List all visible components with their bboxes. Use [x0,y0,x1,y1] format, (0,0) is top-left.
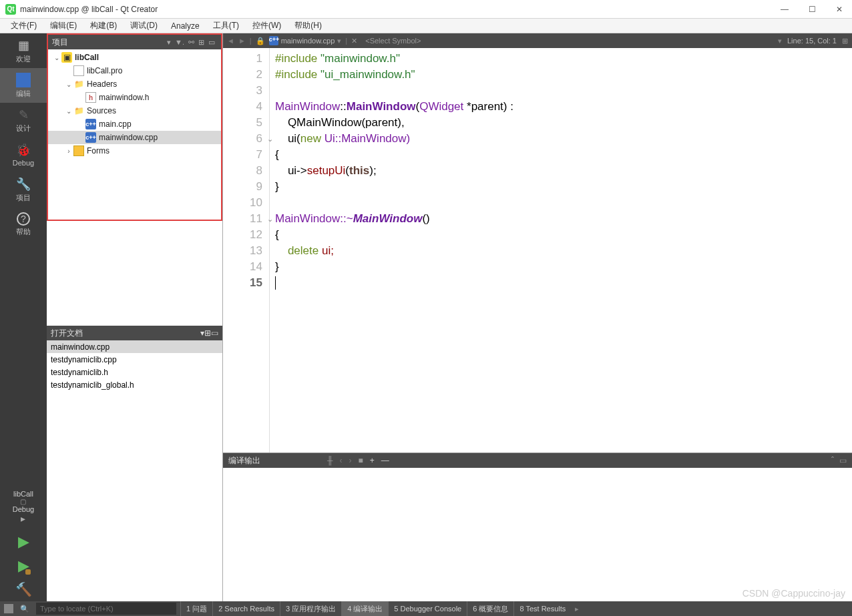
symbol-selector[interactable]: <Select Symbol> [361,37,425,45]
output-title: 编译输出 [228,455,260,467]
plus-icon[interactable]: + [370,456,375,465]
debug-run-button[interactable]: ▶ [18,557,29,575]
chevron-right-icon[interactable]: ▸ [571,605,583,613]
open-doc-item[interactable]: testdynamiclib.h [47,366,222,378]
tree-label: main.cpp [99,119,132,129]
dropdown-icon[interactable]: ▾ [165,38,173,47]
prev-icon[interactable]: ‹ [340,456,343,465]
qt-icon: Qt [5,4,16,15]
kit-name: libCall [13,490,34,498]
stop-icon[interactable]: ■ [359,456,363,465]
output-pane-tab[interactable]: 1 问题 [180,601,212,616]
menu-item[interactable]: 帮助(H) [288,19,329,33]
output-pane-tab[interactable]: 8 Test Results [513,601,571,616]
mode-project-label: 项目 [16,193,31,203]
output-body[interactable] [223,468,852,601]
menu-item[interactable]: 调试(D) [124,19,164,33]
tree-row[interactable]: ⌄📁Headers [48,77,221,91]
folder-icon: 📁 [73,105,84,116]
mode-design-label: 设计 [16,123,31,133]
run-button[interactable]: ▶ [18,533,29,551]
mode-design[interactable]: ✎ 设计 [0,103,47,137]
mode-welcome-label: 欢迎 [16,54,31,64]
expand-icon[interactable]: › [64,147,73,155]
lock-icon[interactable]: 🔒 [256,37,265,45]
close-button[interactable]: ✕ [832,2,847,17]
minimize-button[interactable]: — [777,2,793,17]
open-doc-item[interactable]: testdynamiclib_global.h [47,378,222,391]
link-icon[interactable]: ⚯ [186,38,196,47]
menu-item[interactable]: Analyze [164,20,206,32]
cpp-icon: c++ [85,132,96,143]
help-icon: ? [17,212,30,226]
open-doc-item[interactable]: testdynamiclib.cpp [47,353,222,366]
locator-input[interactable] [36,603,176,615]
tree-label: mainwindow.h [99,93,149,102]
projects-title: 项目 [52,37,68,48]
tree-row[interactable]: hmainwindow.h [48,91,221,104]
close-panel-icon[interactable]: ▭ [211,328,218,338]
next-icon[interactable]: › [349,456,352,465]
mode-project[interactable]: 🔧 项目 [0,172,47,207]
expand-icon[interactable]: ⌄ [64,107,73,115]
project-tree[interactable]: ⌄▣libCalllibCall.pro⌄📁Headershmainwindow… [48,49,221,220]
tree-label: mainwindow.cpp [99,133,158,142]
file-tab[interactable]: c++ mainwindow.cpp ▾ [269,36,342,45]
expand-icon[interactable]: ⌄ [52,54,61,61]
split-editor-icon[interactable]: ⊞ [842,37,848,45]
code-content[interactable]: #include "mainwindow.h"#include "ui_main… [270,48,852,452]
editor-area[interactable]: 123456789101112131415 #include "mainwind… [223,48,852,452]
open-documents-list[interactable]: mainwindow.cpptestdynamiclib.cpptestdyna… [47,340,222,391]
minus-icon[interactable]: — [381,456,389,465]
bug-icon: 🐞 [16,143,31,158]
output-pane-tab[interactable]: 4 编译输出 [341,601,388,616]
design-icon: ✎ [16,107,31,122]
menu-item[interactable]: 控件(W) [246,19,288,33]
mode-debug[interactable]: 🐞 Debug [0,137,47,172]
split-icon[interactable]: ⊞ [196,38,206,47]
output-pane-tab[interactable]: 2 Search Results [212,601,280,616]
tree-row[interactable]: c++main.cpp [48,117,221,131]
open-doc-item[interactable]: mainwindow.cpp [47,340,222,353]
search-icon: 🔍 [17,605,32,613]
back-button[interactable]: ◄ [227,37,234,45]
menu-item[interactable]: 编辑(E) [43,19,83,33]
cpp-icon: c++ [85,119,96,129]
opendocs-title: 打开文档 [51,328,83,339]
menu-item[interactable]: 工具(T) [206,19,246,33]
tree-row[interactable]: libCall.pro [48,64,221,77]
tree-row[interactable]: ⌄▣libCall [48,51,221,64]
cursor-position: Line: 15, Col: 1 [787,37,837,45]
split-icon[interactable]: ⊞ [204,328,211,338]
mode-bar: ▦ 欢迎 编辑 ✎ 设计 🐞 Debug 🔧 项目 ? 帮助 libCall ▢ [0,33,47,601]
filter-icon[interactable]: ╫ [327,456,333,465]
h-icon: h [85,92,96,103]
projects-panel: 项目 ▾ ▼. ⚯ ⊞ ▭ ⌄▣libCalllibCall.pro⌄📁Head… [47,33,222,221]
output-pane-tab[interactable]: 5 Debugger Console [388,601,467,616]
mode-help[interactable]: ? 帮助 [0,207,47,242]
sidebar-toggle-icon[interactable] [4,604,13,613]
mode-welcome[interactable]: ▦ 欢迎 [0,33,47,68]
filter-icon[interactable]: ▼. [173,38,186,46]
build-button[interactable]: 🔨 [15,581,32,597]
tree-row[interactable]: c++mainwindow.cpp [48,131,221,144]
forward-button[interactable]: ► [238,37,246,45]
proj-icon: ▣ [61,52,72,63]
run-controls: libCall ▢ Debug ▸ ▶ ▶ 🔨 [0,490,47,601]
tree-row[interactable]: ⌄📁Sources [48,104,221,117]
tree-row[interactable]: ›Forms [48,144,221,158]
collapse-icon[interactable]: ▭ [839,456,847,465]
close-panel-icon[interactable]: ▭ [206,38,217,47]
menu-item[interactable]: 构建(B) [83,19,124,33]
expand-icon[interactable]: ⌄ [64,81,73,88]
menu-item[interactable]: 文件(F) [4,19,43,33]
file-icon [73,65,84,76]
chevron-up-icon[interactable]: ˆ [831,456,834,465]
maximize-button[interactable]: ☐ [805,2,820,17]
mode-edit[interactable]: 编辑 [0,68,47,103]
chevron-right-icon: ▸ [13,513,34,524]
close-tab-icon[interactable]: ✕ [351,37,357,45]
kit-selector[interactable]: libCall ▢ Debug ▸ [13,490,34,527]
output-pane-tab[interactable]: 6 概要信息 [467,601,513,616]
output-pane-tab[interactable]: 3 应用程序输出 [280,601,341,616]
